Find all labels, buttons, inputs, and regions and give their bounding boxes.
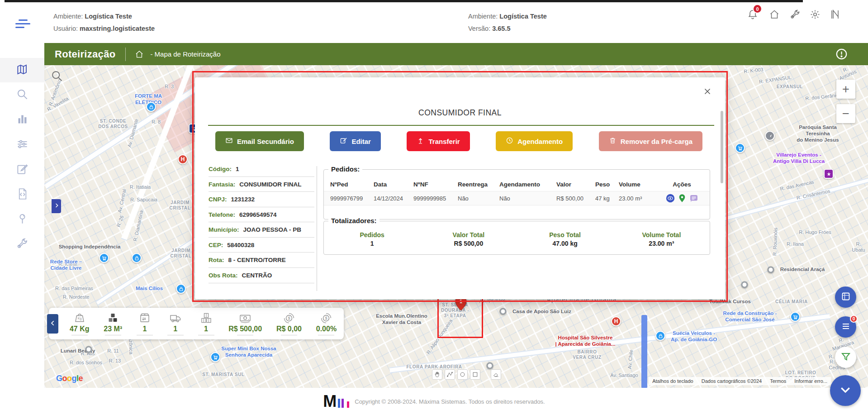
expand-panel-chevron[interactable] [52, 199, 61, 213]
circle-tool[interactable] [457, 369, 468, 380]
sidebar-item-filters[interactable] [0, 133, 44, 157]
footer: M Copyright © 2008-2024. Máxima Sistemas… [0, 388, 868, 415]
map-marker-arrg[interactable] [765, 131, 775, 141]
map-label: Av. Santiago [610, 372, 638, 378]
attribution-link[interactable]: Atalhos do teclado [652, 378, 693, 384]
map-marker-hosp[interactable]: H [611, 316, 621, 326]
notification-count-badge: 0 [753, 4, 762, 14]
filter-button[interactable] [835, 347, 856, 368]
sidebar-item-tools[interactable] [0, 232, 44, 257]
logout-n-icon[interactable] [830, 9, 840, 20]
eraser-tool[interactable] [491, 369, 501, 380]
legend-list-button[interactable]: 0 [835, 316, 856, 338]
map-marker-cart[interactable] [735, 143, 745, 153]
zoom-out-button[interactable]: − [836, 104, 855, 123]
chart-icon [16, 113, 28, 127]
pan-hand-tool[interactable] [432, 369, 442, 380]
view-order-icon[interactable] [666, 194, 675, 203]
sidebar-item-pois[interactable] [0, 207, 44, 232]
map-marker-hosp[interactable]: H [178, 154, 188, 164]
map-marker-dot[interactable] [500, 308, 507, 315]
maxima-logo: M [323, 395, 349, 408]
map-label: Casa de Apoio São Luiz [512, 309, 571, 315]
map-marker-purp[interactable] [824, 169, 834, 179]
map-label: Av. Chile [627, 349, 635, 369]
map-label: Paróquia Santa Teresinha do Menino Jesus [793, 124, 843, 143]
settings-gear-icon[interactable] [810, 9, 821, 20]
modal-scrollbar[interactable] [721, 111, 723, 183]
detail-label: Obs Rota: [209, 271, 238, 280]
column-header: NºNF [413, 181, 458, 188]
pallet-icon [200, 312, 213, 324]
money-icon [239, 312, 251, 324]
map-marker-cart[interactable] [210, 352, 220, 362]
clock-icon [506, 137, 513, 146]
rectangle-tool[interactable] [470, 369, 480, 380]
zoom-in-button[interactable]: + [836, 80, 855, 99]
editar-button[interactable]: Editar [330, 131, 381, 151]
map-marker-dot[interactable] [85, 346, 92, 353]
map-label: R. Itatiaia [130, 184, 151, 190]
map-marker-lock[interactable] [176, 284, 186, 294]
close-icon[interactable] [702, 86, 712, 96]
map-search-icon[interactable] [51, 70, 63, 82]
sidebar-item-map[interactable] [0, 58, 44, 82]
tools-wrench-icon[interactable] [790, 9, 801, 20]
map-label: CÉLIA MARIA [775, 299, 808, 305]
attribution-link[interactable]: Informar erro... [794, 378, 827, 384]
button-label: Email Secundário [237, 138, 294, 145]
summary-underline [167, 335, 184, 335]
summary-value: 1 [173, 325, 177, 333]
detail-row: Rota:8 - CENTRO/TORRE [209, 253, 314, 268]
pencil-icon [340, 137, 347, 146]
pinpoint-icon [16, 213, 28, 227]
scroll-down-button[interactable] [830, 375, 861, 406]
sidebar-item-search[interactable] [0, 83, 44, 107]
map-marker-dot[interactable] [487, 363, 493, 369]
attribution-link[interactable]: Termos [770, 378, 786, 384]
map-marker-dot[interactable] [768, 267, 774, 273]
sidebar-item-reports[interactable] [0, 108, 44, 132]
map-marker-cart[interactable] [790, 312, 800, 322]
breadcrumb-home-icon[interactable] [135, 50, 144, 59]
polyline-tool[interactable] [445, 369, 455, 380]
map-marker-dot[interactable] [741, 281, 748, 288]
map-label: R. Crisântemos [796, 188, 831, 201]
order-note-icon[interactable] [689, 194, 698, 203]
logo-bar-pink [347, 401, 349, 408]
remover-precarga-button[interactable]: Remover da Pré-carga [599, 131, 702, 151]
sidebar-item-integration[interactable] [0, 182, 44, 207]
map-type-button[interactable] [835, 286, 856, 308]
map-marker-lock[interactable] [655, 331, 665, 341]
map-marker-cart[interactable] [99, 253, 109, 263]
locate-order-icon[interactable] [678, 194, 687, 203]
map-label: Rede da Construção - Comercial São José [723, 310, 777, 323]
breadcrumb[interactable]: - Mapa de Roteirização [150, 50, 220, 58]
total-label: Volume Total [613, 231, 710, 239]
map-label: Suécia Veiculos - Ap. de Goiânia-GO [671, 330, 717, 343]
alert-exclamation-icon[interactable] [835, 48, 848, 60]
map-marker-lock[interactable] [132, 253, 142, 263]
order-cell: 47 kg [595, 195, 619, 202]
collapse-summary-chevron[interactable] [47, 314, 58, 334]
map-label: EXPANSUL [777, 84, 803, 90]
summary-value: R$ 500,00 [228, 325, 262, 333]
map-label: R. Ubatu [852, 241, 865, 253]
menu-hamburger-icon[interactable] [15, 19, 31, 29]
detail-row: Fantasia:CONSUMIDOR FINAL [209, 177, 314, 192]
usuario-label: Usuário: [53, 25, 78, 32]
home-icon[interactable] [769, 9, 780, 20]
map-attribution: Atalhos do tecladoDados cartográficos ©2… [649, 377, 831, 385]
summary-underline [198, 335, 214, 335]
email-secundario-button[interactable]: Email Secundário [215, 131, 304, 151]
totals-fieldset: Totalizadores: Pedidos1Valor TotalR$ 500… [323, 221, 710, 255]
sliders-icon [16, 138, 28, 152]
agendamento-button[interactable]: Agendamento [496, 131, 573, 151]
transferir-button[interactable]: Transferir [407, 131, 470, 151]
detail-label: Rota: [209, 256, 224, 265]
map-label: Av. Central [117, 189, 128, 214]
sidebar-item-edit[interactable] [0, 157, 44, 182]
summary-value: 47 Kg [70, 325, 90, 333]
ambiente-label: Ambiente: [468, 13, 498, 20]
map-marker-lock[interactable] [146, 102, 156, 112]
